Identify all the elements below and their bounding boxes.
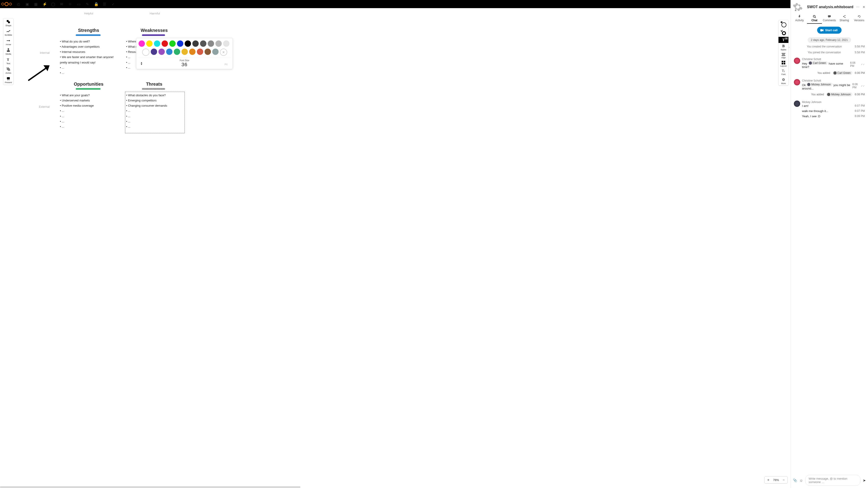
close-icon[interactable]: ✕ xyxy=(863,5,865,9)
color-swatch[interactable] xyxy=(223,40,229,47)
mail-icon[interactable]: ✉ xyxy=(60,2,63,6)
color-row-1 xyxy=(138,40,230,47)
column-label-helpful: Helpful xyxy=(84,12,93,15)
color-swatch[interactable] xyxy=(182,48,188,55)
tab-sharing[interactable]: Sharing xyxy=(837,15,852,24)
strengths-underline[interactable] xyxy=(76,34,101,36)
tool-text[interactable]: T Text xyxy=(3,56,13,66)
mention-pill[interactable]: Carl Green xyxy=(808,61,828,65)
font-size-value[interactable]: 36 xyxy=(138,62,230,68)
files-icon[interactable]: ▣ xyxy=(25,2,29,6)
opportunities-heading[interactable]: Opportunities xyxy=(66,82,111,87)
text-color-swatch[interactable]: T 36 xyxy=(778,37,788,43)
mention-pill[interactable]: Mickey Johnson xyxy=(826,92,852,96)
rail-more-label: More xyxy=(781,82,786,85)
threats-heading[interactable]: Threats xyxy=(131,82,177,87)
threats-underline[interactable] xyxy=(142,88,165,90)
zoom-out-button[interactable]: － xyxy=(780,477,787,483)
color-swatch[interactable] xyxy=(208,40,214,47)
talk-icon[interactable]: ◯ xyxy=(51,2,55,6)
favorite-star-icon[interactable]: ★ xyxy=(794,8,797,12)
color-swatch[interactable] xyxy=(138,40,145,47)
font-size-stepper[interactable]: ▲▼ xyxy=(141,62,143,65)
color-swatch[interactable] xyxy=(158,48,165,55)
color-swatch[interactable] xyxy=(197,48,203,55)
rail-font[interactable]: Ty Font xyxy=(778,68,788,76)
color-swatch[interactable] xyxy=(174,48,180,55)
tool-arrow[interactable]: Arrow xyxy=(3,37,13,47)
app-logo[interactable] xyxy=(1,2,12,6)
color-swatch[interactable] xyxy=(177,40,183,47)
color-swatch[interactable] xyxy=(215,40,222,47)
rail-styles[interactable]: B Styles xyxy=(778,43,788,52)
gallery-icon[interactable]: ▦ xyxy=(34,2,37,6)
color-swatch[interactable] xyxy=(166,48,173,55)
tool-zones[interactable]: Zones xyxy=(3,66,13,75)
tasks-icon[interactable]: ☰ xyxy=(103,2,106,6)
color-swatch[interactable] xyxy=(212,48,219,55)
tab-chat[interactable]: Chat xyxy=(807,15,822,24)
color-swatch[interactable] xyxy=(169,40,176,47)
tool-present[interactable]: Present xyxy=(3,75,13,85)
emoji-icon[interactable]: ☺ xyxy=(800,479,803,482)
color-swatch[interactable] xyxy=(200,40,206,47)
horizontal-scrollbar[interactable] xyxy=(0,486,301,488)
rail-layout[interactable]: Layout xyxy=(778,60,788,68)
activity-icon[interactable]: ⚡ xyxy=(42,2,46,6)
rail-align[interactable]: Align xyxy=(778,52,788,60)
checks-icon[interactable]: ✓ xyxy=(111,2,115,6)
pointer-arrow-shape[interactable] xyxy=(23,57,58,91)
color-swatch[interactable] xyxy=(151,48,157,55)
tool-media-label: Media xyxy=(6,53,11,55)
strengths-list[interactable]: • What do you do well? • Advantages over… xyxy=(60,39,116,75)
tool-media[interactable]: Media xyxy=(3,47,13,56)
avatar-mini xyxy=(833,71,837,74)
svg-rect-11 xyxy=(784,61,785,62)
message-input[interactable]: Write message, @ to mention someone … xyxy=(805,475,861,486)
top-app-bar: ◴ ▣ ▦ ⚡ ◯ ✉ ☺ ▭ ✎ 🔒 ☰ ✓ xyxy=(0,0,790,8)
row-label-internal: Internal xyxy=(40,51,50,55)
opportunities-list[interactable]: • What are your goals? • Underserved mar… xyxy=(60,93,116,129)
deck-icon[interactable]: ▭ xyxy=(77,2,81,6)
color-swatch[interactable] xyxy=(192,40,199,47)
chat-log[interactable]: You created the conversation 5:58 PM You… xyxy=(791,44,868,473)
fill-outline-swatch[interactable] xyxy=(778,20,788,29)
attach-icon[interactable]: 📎 xyxy=(793,478,797,482)
stroke-swatch[interactable] xyxy=(778,29,788,37)
mention-pill[interactable]: Mickey Johnson xyxy=(807,83,833,86)
passwords-icon[interactable]: 🔒 xyxy=(94,2,98,6)
tool-shape[interactable]: Shape xyxy=(3,18,13,28)
contacts-icon[interactable]: ☺ xyxy=(68,2,72,6)
list-item: • Underserved markets xyxy=(60,98,116,103)
tab-versions[interactable]: Versions xyxy=(852,15,867,24)
tab-activity[interactable]: Activity xyxy=(792,15,807,24)
color-swatch[interactable] xyxy=(146,40,153,47)
color-swatch[interactable] xyxy=(162,40,168,47)
start-call-button[interactable]: Start call xyxy=(817,27,842,34)
color-swatch[interactable] xyxy=(154,40,160,47)
color-swatch[interactable] xyxy=(185,40,191,47)
strengths-heading[interactable]: Strengths xyxy=(66,28,111,33)
weaknesses-underline[interactable] xyxy=(142,34,165,36)
more-actions-icon[interactable]: ⋯ xyxy=(856,5,860,9)
side-panel-title: SWOT analysis.whiteboard xyxy=(807,5,854,9)
mention-pill[interactable]: Carl Green xyxy=(833,71,852,75)
color-swatch-clear[interactable]: ✕ xyxy=(220,48,227,56)
threats-list[interactable]: • What obstacles do you face? • Emerging… xyxy=(126,93,183,129)
list-item: • Positive media coverage xyxy=(60,103,116,108)
color-swatch[interactable] xyxy=(205,48,211,55)
zoom-in-button[interactable]: ＋ xyxy=(765,477,772,483)
rail-layout-label: Layout xyxy=(780,65,786,67)
notes-icon[interactable]: ✎ xyxy=(86,2,89,6)
rail-more[interactable]: ⚙ More xyxy=(778,76,788,86)
tool-scribble[interactable]: Scribble xyxy=(3,28,13,37)
weaknesses-heading[interactable]: Weaknesses xyxy=(131,28,177,33)
color-swatch[interactable] xyxy=(189,48,195,55)
dashboard-icon[interactable]: ◴ xyxy=(17,2,20,6)
tab-comments[interactable]: Comments xyxy=(822,15,837,24)
opportunities-underline[interactable] xyxy=(76,88,101,90)
list-item: • Internal resources xyxy=(60,49,116,55)
color-swatch-outline[interactable] xyxy=(142,48,149,56)
send-icon[interactable]: ➤ xyxy=(863,478,866,483)
whiteboard-canvas[interactable]: Shape Scribble Arrow Media T Text xyxy=(0,8,790,488)
